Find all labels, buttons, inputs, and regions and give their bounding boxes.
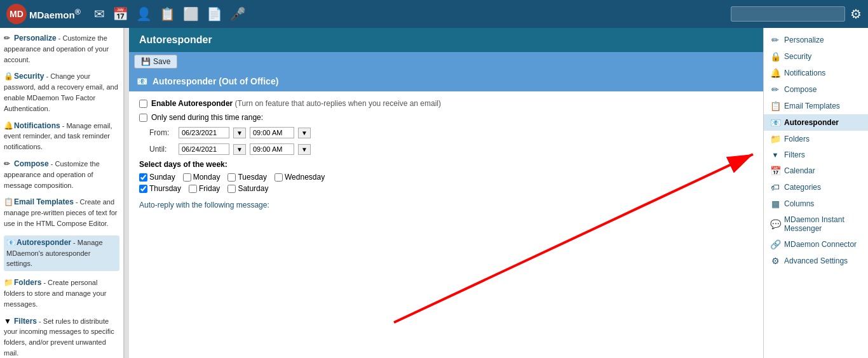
nav-voip-icon[interactable]: 🎤 <box>230 6 246 22</box>
right-item-mdaemon-connector[interactable]: 🔗 MDaemon Connector <box>764 236 868 253</box>
right-sidebar: ✏ Personalize 🔒 Security 🔔 Notifications… <box>763 28 868 358</box>
sidebar-item-compose[interactable]: ✏Compose - Customize the appearance and … <box>4 159 119 190</box>
right-columns-icon: ▦ <box>770 199 780 209</box>
nav-right-group: ⚙ <box>731 6 862 22</box>
sidebar-item-autoresponder[interactable]: 📧Autoresponder - Manage MDaemon's autore… <box>4 235 119 271</box>
autoresponder-icon: 📧 <box>6 237 15 248</box>
page-header: Autoresponder <box>129 28 763 52</box>
sidebar-item-email-templates[interactable]: 📋Email Templates - Create and manage pre… <box>4 197 119 229</box>
page-title: Autoresponder <box>139 34 212 45</box>
sidebar-item-notifications[interactable]: 🔔Notifications - Manage email, event rem… <box>4 121 119 152</box>
content-panel: 📧 Autoresponder (Out of Office) Enable A… <box>129 71 763 358</box>
nav-contacts-icon[interactable]: 👤 <box>136 6 152 22</box>
from-date-input[interactable] <box>179 127 229 138</box>
until-time-dropdown[interactable]: ▼ <box>298 144 311 155</box>
compose-icon: ✏ <box>4 159 13 169</box>
search-input[interactable] <box>731 6 845 22</box>
days-row-2: Thursday Friday Saturday <box>139 184 753 193</box>
left-scrollbar[interactable] <box>124 28 129 358</box>
right-notifications-icon: 🔔 <box>770 68 780 78</box>
right-item-advanced-settings[interactable]: ⚙ Advanced Settings <box>764 253 868 269</box>
from-row: From: ▼ ▼ <box>139 127 753 138</box>
toolbar: 💾 Save <box>129 52 763 71</box>
until-label: Until: <box>149 145 175 154</box>
folders-icon: 📁 <box>4 277 13 288</box>
day-friday[interactable]: Friday <box>189 184 220 193</box>
days-row-1: Sunday Monday Tuesday Wednesday <box>139 173 753 182</box>
from-time-dropdown[interactable]: ▼ <box>298 128 311 138</box>
right-item-categories[interactable]: 🏷 Categories <box>764 179 868 196</box>
right-item-filters[interactable]: ▼ Filters <box>764 147 868 162</box>
until-date-input[interactable] <box>179 143 229 155</box>
filters-icon: ▼ <box>4 316 13 327</box>
sidebar-item-folders[interactable]: 📁Folders - Create personal folders to st… <box>4 277 119 309</box>
right-item-columns[interactable]: ▦ Columns <box>764 196 868 212</box>
right-compose-icon: ✏ <box>770 84 780 95</box>
nav-mail-icon[interactable]: ✉ <box>94 6 105 22</box>
time-range-label: Only send during this time range: <box>151 113 263 122</box>
nav-calendar-icon[interactable]: 📅 <box>112 6 128 22</box>
from-date-dropdown[interactable]: ▼ <box>233 128 246 138</box>
section-header: 📧 Autoresponder (Out of Office) <box>129 71 763 91</box>
section-title: Autoresponder (Out of Office) <box>153 76 278 86</box>
personalize-icon: ✏ <box>4 33 13 44</box>
right-item-mdaemon-im[interactable]: 💬 MDaemon Instant Messenger <box>764 212 868 236</box>
right-item-personalize[interactable]: ✏ Personalize <box>764 32 868 48</box>
right-item-autoresponder[interactable]: 📧 Autoresponder <box>764 114 868 131</box>
right-item-notifications[interactable]: 🔔 Notifications <box>764 65 868 81</box>
right-item-folders[interactable]: 📁 Folders <box>764 131 868 147</box>
top-navigation: MD MDaemon® ✉ 📅 👤 📋 ⬜ 📄 🎤 ⚙ <box>0 0 868 28</box>
right-advanced-settings-icon: ⚙ <box>770 256 780 266</box>
right-item-calendar[interactable]: 📅 Calendar <box>764 162 868 179</box>
notifications-icon: 🔔 <box>4 121 13 131</box>
right-mdaemon-connector-icon: 🔗 <box>770 239 780 249</box>
day-monday[interactable]: Monday <box>183 173 220 182</box>
app-logo: MD MDaemon® <box>6 4 89 24</box>
day-wednesday[interactable]: Wednesday <box>275 173 325 182</box>
right-item-email-templates[interactable]: 📋 Email Templates <box>764 98 868 114</box>
right-folders-icon: 📁 <box>770 134 780 144</box>
enable-autoresponder-label: Enable Autoresponder (Turn on feature th… <box>151 99 441 108</box>
right-email-templates-icon: 📋 <box>770 101 780 111</box>
until-row: Until: ▼ ▼ <box>139 143 753 155</box>
enable-autoresponder-row: Enable Autoresponder (Turn on feature th… <box>139 99 753 108</box>
time-range-row: Only send during this time range: <box>139 113 753 122</box>
app-name: MDaemon® <box>29 8 81 20</box>
security-icon: 🔒 <box>4 71 13 82</box>
gear-icon[interactable]: ⚙ <box>850 6 862 22</box>
until-date-dropdown[interactable]: ▼ <box>233 144 246 155</box>
until-time-input[interactable] <box>250 143 294 155</box>
from-time-input[interactable] <box>250 127 294 138</box>
save-button[interactable]: 💾 Save <box>134 55 177 69</box>
nav-tasks-icon[interactable]: 📋 <box>159 6 175 22</box>
right-filters-icon: ▼ <box>770 151 780 159</box>
email-templates-icon: 📋 <box>4 197 13 208</box>
sidebar-item-filters[interactable]: ▼Filters - Set rules to distribute your … <box>4 316 119 358</box>
logo-icon: MD <box>6 4 27 24</box>
autoreply-label: Auto-reply with the following message: <box>139 201 753 209</box>
sidebar-item-personalize[interactable]: ✏Personalize - Customize the appearance … <box>4 33 119 65</box>
sidebar-item-security[interactable]: 🔒Security - Change your password, add a … <box>4 71 119 114</box>
left-sidebar: ✏Personalize - Customize the appearance … <box>0 28 124 358</box>
right-calendar-icon: 📅 <box>770 166 780 176</box>
day-saturday[interactable]: Saturday <box>227 184 268 193</box>
enable-autoresponder-checkbox[interactable] <box>139 100 147 108</box>
time-range-checkbox[interactable] <box>139 114 147 122</box>
right-categories-icon: 🏷 <box>770 182 780 192</box>
day-thursday[interactable]: Thursday <box>139 184 181 193</box>
right-mdaemon-im-icon: 💬 <box>770 219 780 229</box>
right-security-icon: 🔒 <box>770 51 780 62</box>
right-autoresponder-icon: 📧 <box>770 117 780 128</box>
right-item-compose[interactable]: ✏ Compose <box>764 81 868 98</box>
nav-docs-icon[interactable]: 📄 <box>207 6 222 22</box>
day-tuesday[interactable]: Tuesday <box>227 173 267 182</box>
nav-notes-icon[interactable]: ⬜ <box>183 6 199 22</box>
right-personalize-icon: ✏ <box>770 35 780 45</box>
day-sunday[interactable]: Sunday <box>139 173 175 182</box>
main-wrapper: ✏Personalize - Customize the appearance … <box>0 28 868 358</box>
from-label: From: <box>149 128 175 137</box>
section-icon: 📧 <box>137 76 147 86</box>
days-heading: Select days of the week: <box>139 160 753 169</box>
save-icon: 💾 <box>141 57 151 66</box>
right-item-security[interactable]: 🔒 Security <box>764 48 868 65</box>
